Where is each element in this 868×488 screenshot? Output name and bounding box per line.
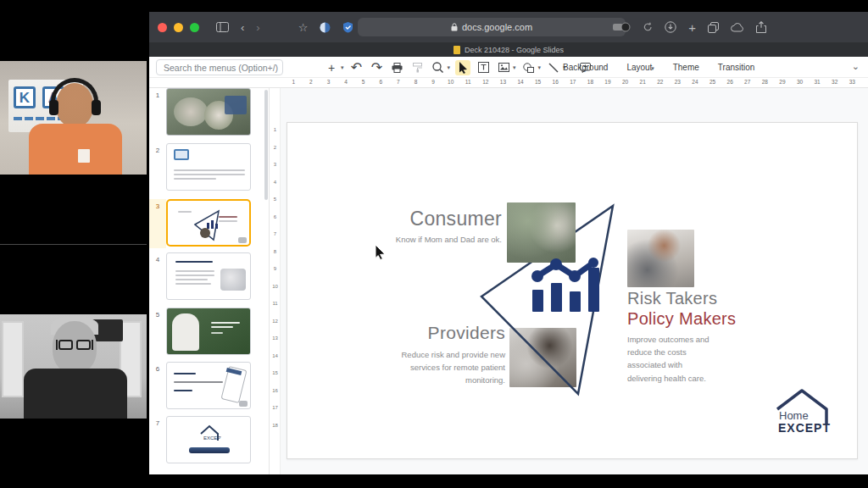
workspace: 1 2 3 <box>149 88 868 474</box>
print-icon[interactable] <box>390 60 405 75</box>
image-icon[interactable] <box>496 60 511 75</box>
share-icon[interactable] <box>756 21 766 33</box>
shape-icon[interactable] <box>521 60 537 75</box>
address-bar[interactable]: docs.google.com <box>358 18 626 36</box>
close-window-button[interactable] <box>158 23 167 32</box>
filmstrip-scrollbar[interactable] <box>264 90 268 200</box>
slide-2-thumbnail[interactable] <box>166 143 251 191</box>
slide-3-thumbnail[interactable] <box>166 199 251 247</box>
ruler-tick-label: 2 <box>303 79 320 85</box>
filmstrip-slide-6[interactable]: 6 <box>149 362 270 411</box>
slide-number: 6 <box>149 362 166 411</box>
vertical-ruler: 123456789101112131415161718 <box>270 88 281 474</box>
slide-5-thumbnail[interactable] <box>166 308 251 355</box>
consumer-photo[interactable] <box>507 202 576 263</box>
ruler-tick-label: 4 <box>270 180 281 197</box>
ruler-tick-label: 30 <box>791 79 809 85</box>
filmstrip-slide-2[interactable]: 2 <box>149 143 270 192</box>
ruler-tick-label: 17 <box>565 79 582 85</box>
slide-canvas[interactable]: Consumer Know if Mom and Dad are ok. <box>281 88 868 474</box>
minimize-window-button[interactable] <box>174 23 183 32</box>
ruler-tick-label: 16 <box>270 388 281 406</box>
forward-icon[interactable]: › <box>256 22 259 33</box>
filmstrip-slide-7[interactable]: 7 EXCEPT <box>149 416 270 465</box>
video-divider <box>0 244 147 245</box>
back-icon[interactable]: ‹ <box>241 22 244 33</box>
image-caret-icon[interactable]: ▾ <box>513 64 516 71</box>
current-slide[interactable]: Consumer Know if Mom and Dad are ok. <box>287 122 858 459</box>
participant-video-top[interactable]: K A <box>0 61 147 175</box>
new-tab-icon[interactable]: + <box>688 20 696 35</box>
ruler-tick-label: 18 <box>581 79 599 85</box>
refresh-icon[interactable] <box>643 22 653 32</box>
transition-button[interactable]: Transition <box>718 63 755 72</box>
glasses-icon <box>56 340 93 350</box>
zoom-caret-icon[interactable]: ▾ <box>448 64 451 71</box>
headset-earcup-right <box>92 100 101 115</box>
ruler-tick-label: 28 <box>756 79 774 85</box>
horizontal-ruler: 1234567891011121314151617181920212223242… <box>149 78 868 88</box>
layout-button[interactable]: Layout ▾ <box>626 63 654 72</box>
ruler-tick-label: 6 <box>372 79 390 85</box>
slide-4-thumbnail[interactable] <box>166 252 251 300</box>
filmstrip-slide-4[interactable]: 4 <box>149 252 270 302</box>
lock-icon <box>451 23 458 31</box>
ruler-tick-label: 31 <box>809 79 826 85</box>
ruler-tick-label: 10 <box>442 79 459 85</box>
participant-torso <box>29 124 122 175</box>
tab-overview-icon[interactable] <box>708 22 719 33</box>
slide-6-thumbnail[interactable] <box>166 362 251 409</box>
headset-earcup-left <box>49 100 58 115</box>
ruler-tick-label: 7 <box>390 79 408 85</box>
zoom-window-button[interactable] <box>190 23 199 32</box>
filmstrip-slide-5[interactable]: 5 <box>149 308 270 357</box>
ruler-tick-label: 26 <box>721 79 739 85</box>
select-cursor-icon[interactable] <box>455 60 470 75</box>
ruler-tick-label: 1 <box>270 127 281 145</box>
ruler-tick-label: 11 <box>459 79 477 85</box>
layout-caret-icon: ▾ <box>651 65 654 71</box>
sidebar-icon[interactable] <box>216 22 229 32</box>
filmstrip-slide-3-selected[interactable]: 3 <box>149 199 270 248</box>
ruler-tick-label: 6 <box>270 214 281 232</box>
slide-7-thumbnail[interactable]: EXCEPT <box>166 416 251 463</box>
slide-number: 4 <box>149 252 166 302</box>
ruler-tick-label: 21 <box>634 79 652 85</box>
ruler-tick-label: 33 <box>843 79 861 85</box>
bookmark-star-icon[interactable]: ☆ <box>298 22 309 33</box>
thumbnail-badge-icon <box>238 237 247 243</box>
filmstrip-slide-1[interactable]: 1 <box>149 88 270 137</box>
new-slide-caret-icon[interactable]: ▾ <box>341 64 344 71</box>
extension-shield-blue-icon[interactable] <box>342 21 353 33</box>
ruler-tick-label: 15 <box>270 370 281 388</box>
ruler-tick-label: 20 <box>616 79 634 85</box>
background-button[interactable]: Background <box>563 63 608 72</box>
new-slide-icon[interactable]: + <box>324 60 339 75</box>
extensions-badge-icon[interactable] <box>613 22 632 32</box>
slide-1-thumbnail[interactable] <box>166 88 251 136</box>
text-box-icon[interactable] <box>476 60 491 75</box>
safari-window: ‹ › ☆ docs.google.com + <box>149 12 868 474</box>
analytics-chart-icon[interactable] <box>531 257 599 313</box>
theme-button[interactable]: Theme <box>673 63 699 72</box>
active-tab-title[interactable]: Deck 210428 - Google Slides <box>465 46 564 54</box>
banner-letter-k: K <box>14 86 36 108</box>
ruler-tick-label: 3 <box>270 162 281 180</box>
line-icon[interactable] <box>546 60 561 75</box>
paint-format-icon[interactable] <box>410 60 426 75</box>
shape-caret-icon[interactable]: ▾ <box>538 64 542 71</box>
extension-circle-icon[interactable] <box>320 22 331 33</box>
zoom-icon[interactable] <box>431 60 446 75</box>
ruler-tick-label: 17 <box>270 405 281 423</box>
collapse-toolbar-chevron-icon[interactable]: ⌄ <box>852 61 860 72</box>
thumbnail-badge-icon <box>239 401 248 407</box>
undo-icon[interactable]: ↶ <box>349 60 364 75</box>
search-menus-input[interactable]: Search the menus (Option+/) <box>156 59 283 75</box>
redo-icon[interactable]: ↷ <box>370 60 385 75</box>
icloud-tabs-icon[interactable] <box>731 23 744 32</box>
tab-bar: Deck 210428 - Google Slides <box>149 42 868 57</box>
participant-video-bottom[interactable] <box>0 314 147 419</box>
ruler-tick-label: 16 <box>547 79 565 85</box>
download-icon[interactable] <box>665 21 676 33</box>
ruler-tick-label: 9 <box>425 79 442 85</box>
